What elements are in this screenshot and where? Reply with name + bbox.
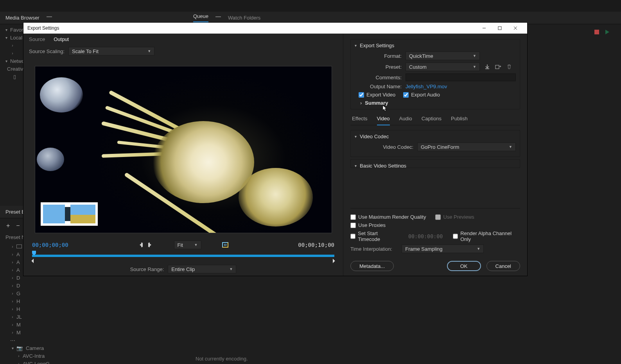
use-proxies-checkbox[interactable]: Use Proxies (350, 222, 386, 228)
output-name-label: Output Name: (355, 84, 402, 89)
tree-item[interactable]: A (16, 259, 20, 265)
add-preset-icon[interactable]: + (6, 222, 10, 229)
twirl-icon[interactable]: ▾ (355, 134, 357, 139)
zoom-dropdown[interactable]: Fit▼ (174, 241, 201, 249)
duration-timecode: 00;00;10;00 (298, 242, 334, 248)
source-range-dropdown[interactable]: Entire Clip▼ (168, 265, 236, 273)
tree-item[interactable]: JL (16, 314, 22, 320)
tree-item[interactable]: A (16, 267, 20, 273)
source-scaling-label: Source Scaling: (29, 48, 65, 54)
set-start-timecode-checkbox[interactable]: Set Start Timecode (350, 230, 399, 242)
cancel-button[interactable]: Cancel (486, 261, 520, 271)
start-queue-icon[interactable] (605, 30, 609, 34)
use-previews-checkbox: Use Previews (435, 214, 474, 220)
panel-menu-icon[interactable] (215, 15, 221, 21)
output-tab[interactable]: Output (54, 36, 69, 45)
dialog-titlebar[interactable]: Export Settings (23, 23, 527, 34)
tree-item[interactable]: D (16, 275, 20, 281)
timeline[interactable] (23, 252, 343, 262)
panel-menu-icon[interactable] (47, 15, 52, 21)
tree-item[interactable]: AVC-LongG (23, 361, 50, 364)
delete-preset-icon[interactable] (506, 63, 513, 70)
video-codec-value: GoPro CineForm (421, 144, 459, 150)
minimize-button[interactable] (476, 23, 492, 34)
current-timecode[interactable]: 00;00;00;00 (32, 242, 68, 248)
export-audio-checkbox[interactable]: Export Audio (403, 92, 440, 98)
svg-rect-4 (495, 65, 499, 69)
export-video-checkbox[interactable]: Export Video (359, 92, 395, 98)
settings-tabs: Effects Video Audio Captions Publish (350, 112, 520, 125)
format-label: Format: (355, 53, 402, 59)
preview-pane: Source Output Source Scaling: Scale To F… (23, 34, 343, 276)
format-dropdown[interactable]: QuickTime▼ (406, 52, 480, 60)
export-settings-dialog: Export Settings Source Output Source Sca… (23, 23, 527, 276)
twirl-icon[interactable]: ▾ (355, 43, 357, 48)
queue-tab[interactable]: Queue (193, 13, 208, 22)
stop-queue-icon[interactable] (594, 30, 599, 34)
format-value: QuickTime (409, 53, 433, 59)
source-tab[interactable]: Source (29, 36, 45, 45)
basic-video-section: ▾Basic Video Settings (350, 159, 520, 168)
watch-folders-tab[interactable]: Watch Folders (228, 15, 260, 21)
remove-preset-icon[interactable]: − (16, 222, 20, 229)
tree-item[interactable]: M (16, 330, 21, 335)
safe-margins-icon[interactable] (222, 242, 228, 248)
video-codec-dropdown[interactable]: GoPro CineForm▼ (417, 143, 516, 151)
render-options: Use Maximum Render Quality Use Previews … (350, 208, 520, 271)
source-scaling-value: Scale To Fit (72, 48, 99, 54)
comments-input[interactable] (406, 73, 516, 81)
save-preset-icon[interactable] (484, 63, 491, 70)
export-settings-section: ▾Export Settings Format: QuickTime▼ Pres… (350, 39, 520, 109)
tree-item[interactable]: H (16, 298, 20, 304)
twirl-icon[interactable]: › (360, 100, 362, 106)
tab-video[interactable]: Video (377, 116, 390, 125)
tab-publish[interactable]: Publish (451, 116, 468, 125)
step-back-button[interactable] (138, 243, 143, 247)
tree-item-camera[interactable]: Camera (26, 345, 44, 351)
twirl-icon[interactable]: ▾ (355, 164, 357, 168)
app-topbar (0, 0, 621, 12)
preset-label: Preset: (355, 64, 402, 70)
tree-item[interactable]: D (16, 283, 20, 289)
preset-value: Custom (409, 64, 427, 70)
metadata-button[interactable]: Metadata... (350, 261, 394, 271)
tree-item[interactable]: Netwo (10, 58, 25, 64)
tree-item[interactable]: Creativ (7, 66, 23, 72)
encoding-status: Not currently encoding. (188, 353, 621, 364)
preset-dropdown[interactable]: Custom▼ (406, 62, 480, 71)
output-name-link[interactable]: Jellyfish_VP9.mov (406, 84, 447, 89)
time-interpolation-dropdown[interactable]: Frame Sampling▼ (402, 244, 484, 253)
preview-thumbnail (41, 202, 98, 226)
tree-item[interactable]: G (16, 291, 20, 296)
time-interpolation-value: Frame Sampling (405, 246, 442, 252)
ok-button[interactable]: OK (447, 261, 481, 271)
comments-label: Comments: (355, 75, 402, 80)
render-alpha-checkbox[interactable]: Render Alpha Channel Only (453, 230, 520, 242)
close-button[interactable] (508, 23, 523, 34)
zoom-value: Fit (178, 242, 183, 248)
tab-captions[interactable]: Captions (422, 116, 442, 125)
source-range-label: Source Range: (130, 266, 164, 272)
video-codec-section: ▾Video Codec Video Codec: GoPro CineForm… (350, 130, 520, 157)
media-browser-tab[interactable]: Media Browser (5, 15, 39, 21)
svg-rect-1 (498, 27, 501, 30)
video-preview[interactable] (35, 66, 332, 233)
tab-effects[interactable]: Effects (352, 116, 368, 125)
video-codec-heading: Video Codec (360, 134, 389, 139)
start-timecode-input[interactable] (408, 234, 443, 239)
max-render-quality-checkbox[interactable]: Use Maximum Render Quality (350, 214, 426, 220)
step-forward-button[interactable] (148, 243, 153, 247)
basic-video-heading: Basic Video Settings (360, 163, 406, 168)
tree-item[interactable]: A (16, 252, 20, 257)
settings-pane: ▾Export Settings Format: QuickTime▼ Pres… (343, 34, 527, 276)
tree-item[interactable]: M (16, 322, 21, 328)
source-scaling-dropdown[interactable]: Scale To Fit ▼ (68, 47, 154, 55)
tree-item[interactable]: H (16, 306, 20, 312)
video-codec-label: Video Codec: (355, 144, 413, 150)
import-preset-icon[interactable] (495, 63, 502, 70)
export-settings-heading: Export Settings (360, 43, 394, 48)
tree-item[interactable]: AVC-Intra (23, 353, 45, 359)
tab-audio[interactable]: Audio (399, 116, 412, 125)
maximize-button[interactable] (492, 23, 508, 34)
mouse-cursor (382, 105, 387, 112)
